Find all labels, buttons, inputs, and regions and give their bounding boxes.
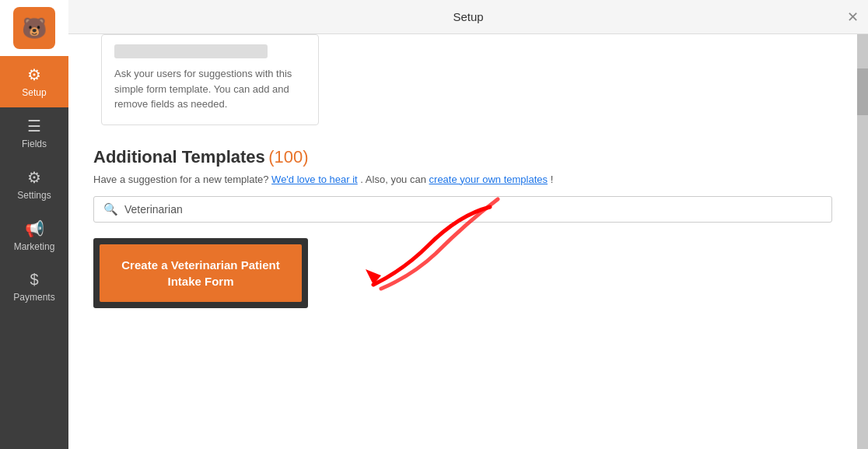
sidebar-setup-label: Setup xyxy=(22,87,46,98)
content-area: Ask your users for suggestions with this… xyxy=(68,34,868,449)
template-btn-area: Create a Veterinarian Patient Intake For… xyxy=(93,238,308,308)
additional-templates-header: Additional Templates (100) xyxy=(93,147,832,167)
settings-icon: ⚙ xyxy=(27,168,41,187)
scrollbar-thumb[interactable] xyxy=(857,68,868,115)
sidebar-item-fields[interactable]: ☰ Fields xyxy=(0,107,68,159)
content-scroll[interactable]: Ask your users for suggestions with this… xyxy=(68,34,857,449)
sidebar: 🐻 ⚙ Setup ☰ Fields ⚙ Settings 📢 Marketin… xyxy=(0,0,68,449)
suggestion-card: Ask your users for suggestions with this… xyxy=(101,34,319,125)
sidebar-logo: 🐻 xyxy=(0,0,68,56)
section-title: Additional Templates xyxy=(93,147,265,167)
create-templates-link[interactable]: create your own templates xyxy=(429,174,548,185)
sidebar-item-setup[interactable]: ⚙ Setup xyxy=(0,56,68,107)
template-btn-wrapper: Create a Veterinarian Patient Intake For… xyxy=(93,238,308,308)
close-button[interactable]: ✕ xyxy=(847,10,859,24)
card-description: Ask your users for suggestions with this… xyxy=(114,66,306,112)
create-veterinarian-form-button[interactable]: Create a Veterinarian Patient Intake For… xyxy=(100,244,302,302)
sidebar-settings-label: Settings xyxy=(17,190,51,201)
sidebar-fields-label: Fields xyxy=(22,139,47,149)
card-title-placeholder xyxy=(114,44,268,58)
marketing-icon: 📢 xyxy=(25,219,44,238)
love-to-hear-link[interactable]: We'd love to hear it xyxy=(271,174,358,185)
payments-icon: $ xyxy=(30,271,38,289)
fields-icon: ☰ xyxy=(27,117,41,135)
section-subtitle: Have a suggestion for a new template? We… xyxy=(93,174,832,185)
search-icon: 🔍 xyxy=(103,202,118,216)
scrollbar-track[interactable] xyxy=(857,34,868,449)
topbar: Setup ✕ xyxy=(68,0,868,34)
section-count: (100) xyxy=(268,147,308,167)
sidebar-item-payments[interactable]: $ Payments xyxy=(0,261,68,312)
sidebar-item-marketing[interactable]: 📢 Marketing xyxy=(0,210,68,261)
main-area: Setup ✕ Ask your users for suggestions w… xyxy=(68,0,868,449)
content-inner: Ask your users for suggestions with this… xyxy=(68,34,857,339)
setup-icon: ⚙ xyxy=(27,65,41,84)
sidebar-item-settings[interactable]: ⚙ Settings xyxy=(0,159,68,210)
app-logo: 🐻 xyxy=(13,7,55,49)
sidebar-payments-label: Payments xyxy=(13,292,54,303)
bear-icon: 🐻 xyxy=(22,16,47,40)
search-box: 🔍 xyxy=(93,196,832,223)
topbar-title: Setup xyxy=(453,10,483,23)
sidebar-marketing-label: Marketing xyxy=(14,241,55,252)
search-input[interactable] xyxy=(124,203,822,216)
